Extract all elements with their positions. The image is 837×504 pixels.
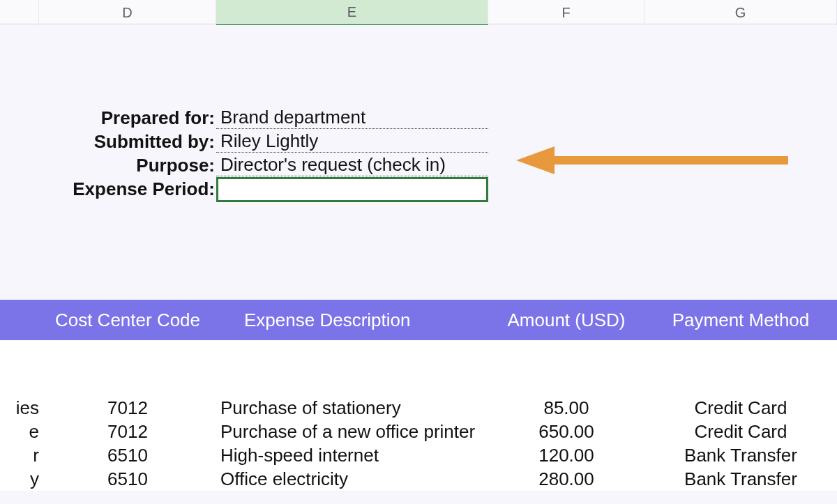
cell-overflow: ies — [0, 396, 39, 420]
cell-description[interactable]: Purchase of stationery — [216, 396, 488, 420]
column-header-G[interactable]: G — [644, 0, 837, 25]
label-purpose: Purpose: — [0, 155, 216, 176]
table-row[interactable]: y 6510 Office electricity 280.00 Bank Tr… — [0, 467, 837, 491]
table-body: ies 7012 Purchase of stationery 85.00 Cr… — [0, 396, 837, 491]
spreadsheet-viewport: D E F G Prepared for: Brand department S… — [0, 0, 837, 504]
label-prepared-for: Prepared for: — [0, 107, 216, 129]
table-row[interactable]: e 7012 Purchase of a new office printer … — [0, 420, 837, 443]
cell-overflow: e — [0, 420, 39, 443]
cell-description[interactable]: Office electricity — [216, 467, 488, 491]
cell-payment[interactable]: Credit Card — [644, 396, 837, 420]
cell-overflow: r — [0, 443, 39, 467]
cell-payment[interactable]: Bank Transfer — [644, 443, 837, 467]
cell-cost-center[interactable]: 6510 — [39, 467, 216, 491]
table-row[interactable]: r 6510 High-speed internet 120.00 Bank T… — [0, 443, 837, 467]
cell-amount[interactable]: 120.00 — [488, 443, 644, 467]
label-submitted-by: Submitted by: — [0, 131, 216, 153]
value-submitted-by[interactable]: Riley Lightly — [216, 130, 488, 153]
column-headers: D E F G — [0, 0, 837, 25]
column-header-F[interactable]: F — [488, 0, 644, 25]
col-header-cost-center[interactable]: Cost Center Code — [39, 300, 216, 340]
table-spacer-band — [0, 340, 837, 396]
column-header-E[interactable]: E — [216, 0, 488, 25]
cell-cost-center[interactable]: 7012 — [39, 396, 216, 420]
info-row-purpose: Purpose: Director's request (check in) — [0, 153, 488, 177]
cell-overflow: y — [0, 467, 39, 491]
info-row-prepared-for: Prepared for: Brand department — [0, 106, 488, 130]
value-prepared-for[interactable]: Brand department — [216, 107, 488, 129]
column-header-blank[interactable] — [0, 0, 39, 25]
column-header-D[interactable]: D — [39, 0, 216, 25]
cell-description[interactable]: High-speed internet — [216, 443, 488, 467]
col-header-payment[interactable]: Payment Method — [644, 300, 837, 340]
cell-amount[interactable]: 85.00 — [488, 396, 644, 420]
cell-payment[interactable]: Credit Card — [644, 420, 837, 443]
cell-amount[interactable]: 280.00 — [488, 467, 644, 491]
cell-cost-center[interactable]: 7012 — [39, 420, 216, 443]
cell-amount[interactable]: 650.00 — [488, 420, 644, 443]
col-header-amount[interactable]: Amount (USD) — [488, 300, 644, 340]
table-row[interactable]: ies 7012 Purchase of stationery 85.00 Cr… — [0, 396, 837, 420]
cell-cost-center[interactable]: 6510 — [39, 443, 216, 467]
table-header-spacer — [0, 300, 39, 340]
label-expense-period: Expense Period: — [0, 178, 216, 200]
cell-description[interactable]: Purchase of a new office printer — [216, 420, 488, 443]
value-purpose[interactable]: Director's request (check in) — [216, 154, 488, 176]
cell-payment[interactable]: Bank Transfer — [644, 467, 837, 491]
col-header-description[interactable]: Expense Description — [216, 300, 488, 340]
info-row-submitted-by: Submitted by: Riley Lightly — [0, 130, 488, 153]
active-cell[interactable] — [216, 177, 488, 202]
table-header-row: Cost Center Code Expense Description Amo… — [0, 300, 837, 340]
